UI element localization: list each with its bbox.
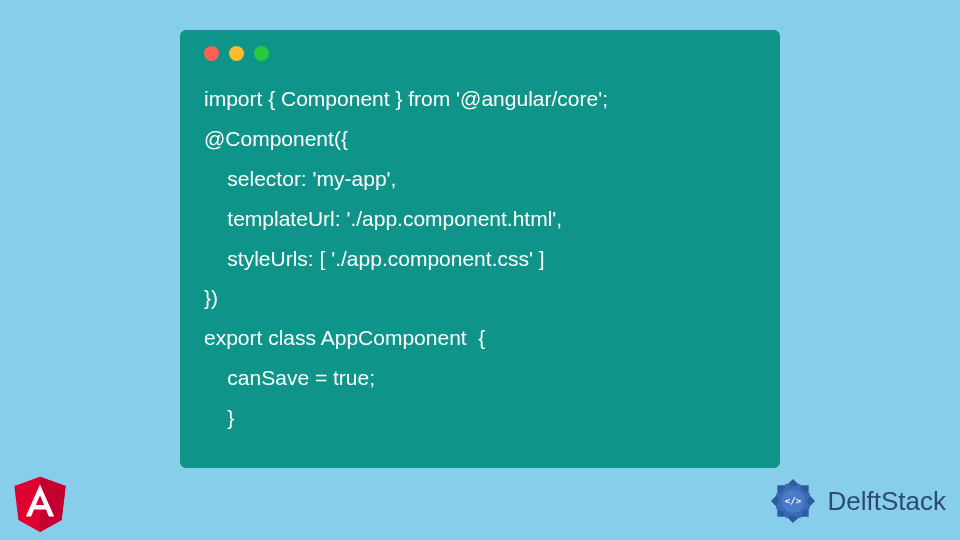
- delftstack-brand: </> DelftStack: [764, 472, 947, 530]
- maximize-dot-icon[interactable]: [254, 46, 269, 61]
- angular-logo-icon: [10, 472, 70, 532]
- delftstack-label: DelftStack: [828, 486, 947, 517]
- delftstack-badge-icon: </>: [764, 472, 822, 530]
- code-window: import { Component } from '@angular/core…: [180, 30, 780, 468]
- window-controls: [204, 46, 756, 61]
- close-dot-icon[interactable]: [204, 46, 219, 61]
- minimize-dot-icon[interactable]: [229, 46, 244, 61]
- svg-text:</>: </>: [784, 495, 801, 506]
- code-content: import { Component } from '@angular/core…: [204, 79, 756, 438]
